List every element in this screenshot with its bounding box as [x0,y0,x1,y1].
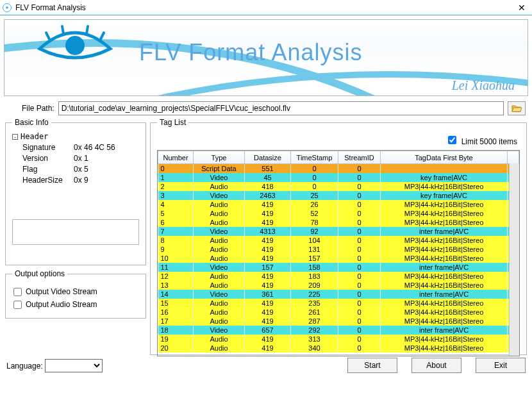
table-row[interactable]: 6Audio419780MP3|44-kHz|16Bit|Stereo [158,218,519,227]
table-scrollbar[interactable] [509,163,519,356]
table-cell: inter frame|AVC [381,227,508,236]
limit-items-checkbox[interactable] [448,136,456,144]
table-cell: 419 [245,308,291,317]
table-cell: 419 [245,281,291,290]
start-button[interactable]: Start [347,358,397,373]
table-row[interactable]: 18Video6572920inter frame|AVC [158,326,519,335]
table-cell: 3 [158,191,194,200]
table-cell: 157 [245,263,291,272]
tree-node-header[interactable]: - Header [12,132,139,141]
table-cell: 11 [158,263,194,272]
table-cell: MP3|44-kHz|16Bit|Stereo [381,272,508,281]
header-kv-val: 0x 5 [74,164,88,175]
output-options-legend: Output options [12,269,67,278]
table-cell: MP3|44-kHz|16Bit|Stereo [381,182,508,191]
table-cell: 340 [291,344,338,353]
close-icon[interactable]: ✕ [514,3,529,13]
table-row[interactable]: 15Audio4192350MP3|44-kHz|16Bit|Stereo [158,299,519,308]
col-header[interactable]: Type [194,151,245,164]
table-cell: 419 [245,218,291,227]
table-row[interactable]: 4Audio419260MP3|44-kHz|16Bit|Stereo [158,200,519,209]
table-row[interactable]: 10Audio4191570MP3|44-kHz|16Bit|Stereo [158,254,519,263]
table-row[interactable]: 8Audio4191040MP3|44-kHz|16Bit|Stereo [158,236,519,245]
table-cell: key frame|AVC [381,173,508,182]
output-video-option[interactable]: Output Video Stream [13,287,138,296]
table-cell: 419 [245,200,291,209]
browse-button[interactable] [508,101,526,115]
tag-list-legend: Tag List [157,118,188,127]
banner-author: Lei Xiaohua [452,78,515,93]
table-cell: 8 [158,236,194,245]
table-cell: MP3|44-kHz|16Bit|Stereo [381,335,508,344]
table-cell: 1 [158,173,194,182]
table-cell: 261 [291,308,338,317]
table-cell: 419 [245,245,291,254]
table-cell: Audio [194,281,245,290]
table-cell: Audio [194,308,245,317]
table-cell: 0 [338,236,381,245]
language-select[interactable] [45,359,103,372]
table-cell: 0 [338,227,381,236]
table-cell: 0 [338,254,381,263]
table-cell: key frame|AVC [381,191,508,200]
table-row[interactable]: 12Audio4191830MP3|44-kHz|16Bit|Stereo [158,272,519,281]
output-video-checkbox[interactable] [13,288,22,296]
table-cell: 551 [245,164,291,174]
table-cell: 13 [158,281,194,290]
file-path-input[interactable] [58,101,504,115]
table-row[interactable]: 20Audio4193400MP3|44-kHz|16Bit|Stereo [158,344,519,353]
table-cell: 183 [291,272,338,281]
table-cell: inter frame|AVC [381,290,508,299]
limit-items-option[interactable]: Limit 5000 items [448,136,517,146]
output-audio-checkbox[interactable] [13,301,22,309]
table-row[interactable]: 17Audio4192870MP3|44-kHz|16Bit|Stereo [158,317,519,326]
table-cell: 0 [338,164,381,174]
table-row[interactable]: 1Video4500key frame|AVC [158,173,519,182]
window-titlebar: ● FLV Format Analysis ✕ [0,0,532,15]
tag-list-group: Tag List Limit 5000 items NumberTypeData… [150,118,527,355]
col-header[interactable]: Number [158,151,194,164]
col-header[interactable]: Datasize [245,151,291,164]
table-cell: Audio [194,299,245,308]
table-cell: 0 [338,272,381,281]
language-label: Language: [6,362,43,370]
table-row[interactable]: 5Audio419520MP3|44-kHz|16Bit|Stereo [158,209,519,218]
table-cell: MP3|44-kHz|16Bit|Stereo [381,209,508,218]
table-cell: 0 [291,182,338,191]
table-cell: 313 [291,335,338,344]
table-row[interactable]: 11Video1571580inter frame|AVC [158,263,519,272]
header-kv-key: Version [22,153,74,164]
table-row[interactable]: 2Audio41800MP3|44-kHz|16Bit|Stereo [158,182,519,191]
table-cell: 0 [338,209,381,218]
table-row[interactable]: 7Video4313920inter frame|AVC [158,227,519,236]
tree-node-label: Header [21,132,48,141]
table-cell: 361 [245,290,291,299]
output-audio-option[interactable]: Output Audio Stream [13,300,138,309]
file-path-row: File Path: [6,101,526,115]
col-header[interactable]: TimeStamp [291,151,338,164]
table-cell: MP3|44-kHz|16Bit|Stereo [381,245,508,254]
table-cell: 418 [245,182,291,191]
table-cell: MP3|44-kHz|16Bit|Stereo [381,344,508,353]
table-row[interactable]: 19Audio4193130MP3|44-kHz|16Bit|Stereo [158,335,519,344]
col-header[interactable]: TagData First Byte [381,151,508,164]
table-row[interactable]: 3Video2463250key frame|AVC [158,191,519,200]
table-row[interactable]: 16Audio4192610MP3|44-kHz|16Bit|Stereo [158,308,519,317]
about-button[interactable]: About [411,358,461,373]
table-cell: 5 [158,209,194,218]
exit-button[interactable]: Exit [476,358,526,373]
table-row[interactable]: 13Audio4192090MP3|44-kHz|16Bit|Stereo [158,281,519,290]
table-cell: 0 [338,263,381,272]
table-cell: 4313 [245,227,291,236]
col-header[interactable]: StreamID [338,151,381,164]
table-cell: 6 [158,218,194,227]
table-cell: MP3|44-kHz|16Bit|Stereo [381,308,508,317]
table-row[interactable]: 14Video3612250inter frame|AVC [158,290,519,299]
table-cell: inter frame|AVC [381,326,508,335]
tag-list-table: NumberTypeDatasizeTimeStampStreamIDTagDa… [158,151,519,353]
table-cell: 0 [338,299,381,308]
table-cell: 19 [158,335,194,344]
table-row[interactable]: 0Script Data55100 [158,164,519,174]
table-row[interactable]: 9Audio4191310MP3|44-kHz|16Bit|Stereo [158,245,519,254]
collapse-icon[interactable]: - [12,134,18,140]
